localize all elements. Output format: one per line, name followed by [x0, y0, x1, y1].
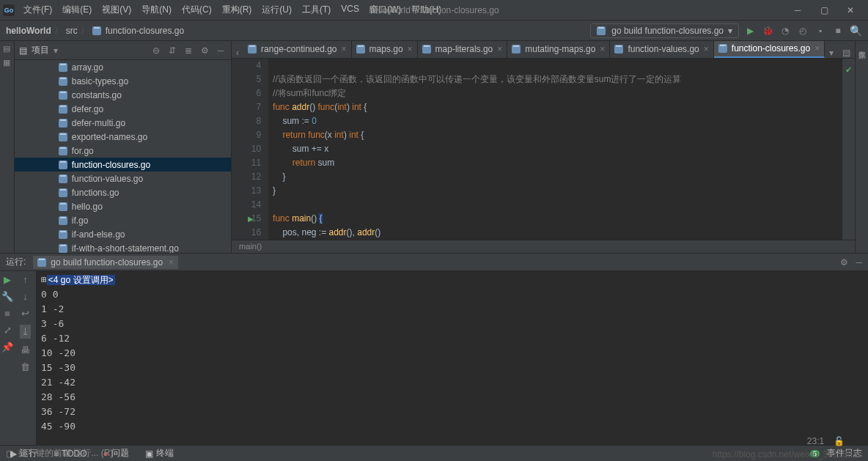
file-item[interactable]: if.go	[15, 213, 231, 227]
menu-vcs[interactable]: VCS	[336, 2, 364, 18]
checkmark-icon: ✔	[845, 63, 852, 77]
search-icon[interactable]: 🔍	[849, 24, 862, 37]
profile-icon[interactable]: ◴	[796, 24, 809, 37]
file-item[interactable]: hello.go	[15, 199, 231, 213]
tab-label: range-continued.go	[261, 44, 336, 54]
file-item[interactable]: functions.go	[15, 185, 231, 199]
hide-icon[interactable]: ─	[215, 45, 227, 56]
close-tab-icon[interactable]: ×	[342, 44, 347, 54]
tabs-list-icon[interactable]: ▤	[838, 48, 855, 58]
editor-tab[interactable]: range-continued.go×	[243, 41, 351, 58]
stop-button[interactable]: ■	[831, 24, 845, 37]
run-gutter-icon[interactable]: ▶	[248, 212, 254, 226]
editor-right-gutter: ✔	[842, 59, 855, 240]
file-item[interactable]: if-with-a-short-statement.go	[15, 241, 231, 253]
close-tab-icon[interactable]: ×	[600, 44, 605, 54]
editor-tab[interactable]: mutating-maps.go×	[507, 41, 610, 58]
gear-icon[interactable]: ⚙	[840, 257, 848, 268]
separator-icon: ▪	[814, 24, 827, 37]
file-item[interactable]: function-closures.go	[15, 158, 231, 172]
go-file-icon	[37, 258, 46, 267]
titlebar: Go 文件(F) 编辑(E) 视图(V) 导航(N) 代码(C) 重构(R) 运…	[0, 0, 868, 21]
breadcrumb-file[interactable]: function-closures.go	[106, 26, 184, 36]
close-tab-icon[interactable]: ×	[814, 43, 820, 54]
file-item[interactable]: function-values.go	[15, 172, 231, 185]
close-icon[interactable]: ✕	[842, 5, 859, 15]
layout-icon[interactable]: ⤢	[4, 325, 12, 336]
collapse-icon[interactable]: ⊖	[150, 45, 162, 56]
lock-icon: 🔓	[834, 436, 845, 446]
file-name: constants.go	[72, 90, 122, 100]
run-config-selector[interactable]: go build function-closures.go ▾	[590, 23, 739, 38]
console-output[interactable]: ⊞<4 go 设置调用> 0 0 1 -2 3 -6 6 -12 10 -20 …	[37, 271, 868, 445]
go-file-icon	[718, 44, 727, 53]
tabs-more-icon[interactable]: ▾	[825, 48, 838, 58]
expand-icon[interactable]: ⇵	[166, 45, 178, 56]
scroll-icon[interactable]: ⤓	[20, 325, 31, 339]
editor-tab[interactable]: function-closures.go×	[714, 41, 825, 58]
terminal-tool-tab[interactable]: ▣终端	[141, 446, 178, 461]
down-icon[interactable]: ↓	[23, 291, 28, 302]
menu-navigate[interactable]: 导航(N)	[137, 2, 176, 18]
run-button[interactable]: ▶	[743, 24, 757, 37]
close-tab-icon[interactable]: ×	[497, 44, 502, 54]
menu-file[interactable]: 文件(F)	[19, 2, 56, 18]
watermark: https://blog.csdn.net/weixin_38510813	[713, 449, 862, 460]
wrench-icon[interactable]: 🔧	[1, 291, 13, 302]
file-name: if.go	[72, 215, 89, 226]
maximize-icon[interactable]: ▢	[815, 5, 833, 15]
close-tab-icon[interactable]: ×	[169, 257, 174, 268]
file-item[interactable]: array.go	[15, 60, 231, 74]
file-item[interactable]: constants.go	[15, 88, 231, 102]
close-tab-icon[interactable]: ×	[704, 44, 709, 54]
tabs-back-icon[interactable]: ‹	[232, 48, 243, 58]
stop-icon[interactable]: ■	[4, 308, 10, 319]
debug-button[interactable]: 🐞	[761, 24, 774, 37]
file-item[interactable]: exported-names.go	[15, 130, 231, 144]
file-item[interactable]: if-and-else.go	[15, 227, 231, 241]
editor-tab[interactable]: maps.go×	[352, 41, 418, 58]
go-file-icon	[59, 77, 67, 86]
breadcrumb-pkg[interactable]: src	[66, 26, 78, 36]
chevron-down-icon: ▾	[728, 26, 732, 36]
hide-panel-icon[interactable]: ─	[856, 257, 862, 268]
file-item[interactable]: defer.go	[15, 102, 231, 116]
editor-tabs: ‹ range-continued.go×maps.go×map-literal…	[232, 41, 855, 59]
menu-tools[interactable]: 工具(T)	[298, 2, 335, 18]
go-file-icon	[597, 26, 606, 35]
menu-refactor[interactable]: 重构(R)	[218, 2, 257, 18]
show-options-icon[interactable]: ≣	[183, 45, 194, 56]
go-file-icon	[422, 45, 431, 54]
go-file-icon	[92, 26, 101, 35]
go-file-icon	[59, 147, 67, 155]
chevron-down-icon[interactable]: ▾	[54, 45, 58, 56]
structure-tool-icon[interactable]: ▦	[3, 58, 10, 67]
up-icon[interactable]: ↑	[23, 274, 28, 285]
trash-icon[interactable]: 🗑	[21, 361, 30, 372]
menu-view[interactable]: 视图(V)	[98, 2, 136, 18]
menu-code[interactable]: 代码(C)	[177, 2, 216, 18]
minimize-icon[interactable]: ─	[789, 5, 806, 15]
project-tool-icon[interactable]: ▤	[3, 44, 10, 54]
menu-run[interactable]: 运行(U)	[257, 2, 296, 18]
go-file-icon	[59, 244, 67, 253]
run-panel-title: 运行:	[6, 256, 26, 268]
coverage-icon[interactable]: ◔	[779, 24, 792, 37]
breadcrumb-project[interactable]: helloWorld	[6, 26, 51, 36]
file-item[interactable]: defer-multi.go	[15, 116, 231, 130]
file-item[interactable]: basic-types.go	[15, 74, 231, 88]
rerun-icon[interactable]: ▶	[4, 274, 11, 285]
editor-tab[interactable]: function-values.go×	[610, 41, 713, 58]
menu-edit[interactable]: 编辑(E)	[58, 2, 96, 18]
pin-icon[interactable]: 📌	[1, 342, 13, 353]
go-file-icon	[356, 45, 365, 54]
editor-tab[interactable]: map-literals.go×	[418, 41, 508, 58]
wrap-icon[interactable]: ↩	[21, 308, 29, 319]
left-tool-strip: ▤ ▦	[0, 41, 15, 253]
print-icon[interactable]: 🖶	[21, 344, 30, 355]
code-editor[interactable]: 456789101112131415▶16 //该函数返回一个函数，该返回的函数…	[232, 59, 855, 240]
file-item[interactable]: for.go	[15, 144, 231, 158]
close-tab-icon[interactable]: ×	[408, 44, 413, 54]
gear-icon[interactable]: ⚙	[199, 45, 210, 56]
run-tab[interactable]: go build function-closures.go ×	[33, 256, 178, 269]
